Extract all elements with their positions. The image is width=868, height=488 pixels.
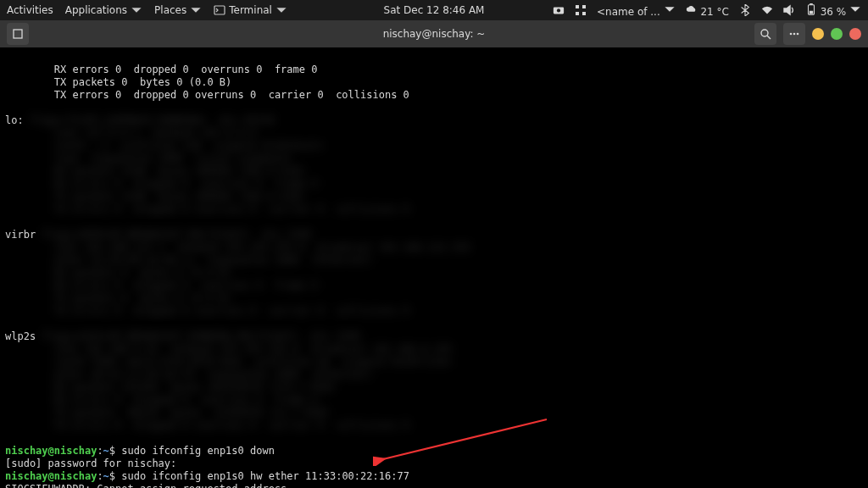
term-rx-errors: RX errors 0 dropped 0 overruns 0 frame 0 bbox=[5, 64, 317, 75]
terminal-icon bbox=[214, 4, 225, 16]
redacted-block: flags=4163<UP,BROADCAST,RUNNING,MULTICAS… bbox=[5, 330, 452, 431]
terminal-titlebar: nischay@nischay: ~ bbox=[0, 20, 868, 47]
terminal-appmenu[interactable]: Terminal bbox=[214, 4, 287, 16]
new-tab-button[interactable] bbox=[7, 23, 29, 45]
window-minimize-button[interactable] bbox=[812, 28, 824, 40]
new-tab-icon bbox=[12, 28, 24, 40]
chevron-down-icon bbox=[849, 3, 861, 15]
places-menu[interactable]: Places bbox=[154, 4, 202, 16]
prompt-path: ~ bbox=[103, 470, 109, 482]
window-maximize-button[interactable] bbox=[831, 28, 843, 40]
cmd-mac-1: sudo ifconfig enp1s0 hw ether 11:33:00:2… bbox=[121, 470, 409, 482]
titlebar-right bbox=[754, 23, 861, 45]
window-title: nischay@nischay: ~ bbox=[383, 28, 486, 40]
panel-clock[interactable]: Sat Dec 12 8:46 AM bbox=[384, 4, 485, 16]
applications-menu[interactable]: Applications bbox=[65, 4, 142, 16]
music-indicator-label: <name of ... bbox=[597, 6, 660, 18]
svg-rect-8 bbox=[810, 3, 813, 5]
battery-icon bbox=[805, 3, 817, 15]
iface-lo: lo: bbox=[5, 114, 24, 126]
camera-icon[interactable] bbox=[553, 4, 565, 16]
svg-rect-3 bbox=[576, 5, 579, 8]
chevron-down-icon bbox=[190, 4, 202, 16]
window-close-button[interactable] bbox=[849, 28, 861, 40]
prompt-userhost: nischay@nischay bbox=[5, 445, 97, 457]
err-siocsifhwaddr-1: SIOCSIFHWADDR: Cannot assign requested a… bbox=[5, 483, 287, 488]
svg-point-12 bbox=[790, 33, 793, 36]
prompt-path: ~ bbox=[103, 445, 109, 457]
iface-wlp-a: wlp2s bbox=[5, 330, 36, 342]
chevron-down-icon bbox=[664, 3, 676, 15]
cloud-icon bbox=[686, 3, 698, 15]
hamburger-icon bbox=[788, 28, 800, 40]
search-button[interactable] bbox=[754, 23, 776, 45]
panel-left: Activities Applications Places Terminal bbox=[7, 4, 287, 16]
svg-rect-6 bbox=[582, 12, 586, 15]
svg-rect-5 bbox=[576, 12, 579, 15]
hamburger-menu-button[interactable] bbox=[783, 23, 805, 45]
cmd-ifconfig-down: sudo ifconfig enp1s0 down bbox=[121, 445, 275, 457]
svg-point-2 bbox=[557, 8, 560, 12]
redacted-block: flags=4099<UP,BROADCAST,MULTICAST> mtu 1… bbox=[5, 229, 470, 317]
prompt-colon: : bbox=[97, 470, 103, 482]
svg-point-13 bbox=[793, 33, 796, 36]
gnome-top-panel: Activities Applications Places Terminal … bbox=[0, 0, 868, 20]
search-icon bbox=[760, 28, 771, 40]
volume-icon[interactable] bbox=[783, 4, 795, 16]
sudo-password-prompt: [sudo] password for nischay: bbox=[5, 458, 176, 469]
term-tx-packets: TX packets 0 bytes 0 (0.0 B) bbox=[5, 76, 231, 88]
svg-rect-10 bbox=[14, 30, 22, 38]
iface-virbr: virbr bbox=[5, 229, 36, 241]
svg-rect-0 bbox=[214, 6, 225, 14]
terminal-body[interactable]: RX errors 0 dropped 0 overruns 0 frame 0… bbox=[0, 47, 868, 488]
wifi-icon[interactable] bbox=[761, 4, 773, 16]
battery-percent-label: 36 % bbox=[821, 6, 847, 18]
svg-rect-4 bbox=[582, 5, 586, 8]
activities-button[interactable]: Activities bbox=[7, 4, 53, 16]
weather-indicator[interactable]: 21 °C bbox=[686, 3, 729, 18]
bluetooth-icon[interactable] bbox=[739, 4, 751, 16]
music-indicator[interactable]: <name of ... bbox=[597, 3, 676, 18]
temperature-label: 21 °C bbox=[700, 6, 728, 18]
prompt-userhost: nischay@nischay bbox=[5, 470, 97, 482]
applications-label: Applications bbox=[65, 4, 127, 16]
prompt-dollar: $ bbox=[109, 445, 121, 457]
places-label: Places bbox=[154, 4, 186, 16]
apps-grid-icon[interactable] bbox=[575, 4, 587, 16]
term-tx-errors: TX errors 0 dropped 0 overruns 0 carrier… bbox=[5, 89, 409, 101]
terminal-appmenu-label: Terminal bbox=[229, 4, 272, 16]
prompt-colon: : bbox=[97, 445, 103, 457]
chevron-down-icon bbox=[275, 4, 287, 16]
svg-rect-9 bbox=[810, 10, 813, 14]
chevron-down-icon bbox=[131, 4, 142, 16]
panel-right: <name of ... 21 °C 36 % bbox=[553, 3, 861, 18]
battery-indicator[interactable]: 36 % bbox=[805, 3, 861, 18]
svg-point-14 bbox=[797, 33, 799, 36]
prompt-dollar: $ bbox=[109, 470, 121, 482]
redacted-block: flags=73<UP,LOOPBACK,RUNNING> mtu 65536 … bbox=[5, 114, 409, 215]
svg-point-11 bbox=[761, 30, 768, 36]
